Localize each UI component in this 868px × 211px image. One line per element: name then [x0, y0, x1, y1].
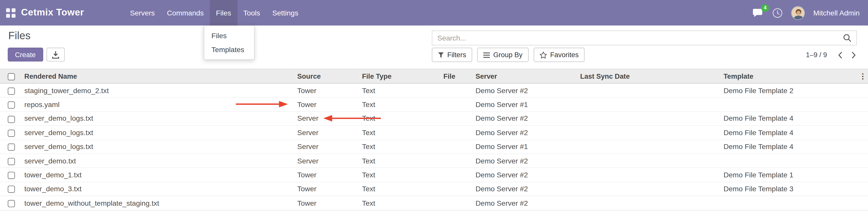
table-row[interactable]: server_demo_logs.txtServerTextDemo Serve…: [0, 140, 868, 154]
cell-source: Tower: [295, 196, 360, 210]
row-checkbox[interactable]: [8, 158, 15, 165]
menu-commands[interactable]: Commands: [161, 0, 210, 26]
row-checkbox[interactable]: [8, 87, 15, 94]
cell-template: [721, 97, 857, 112]
export-button[interactable]: [46, 48, 64, 61]
table-row[interactable]: server_demo_logs.txtServerTextDemo Serve…: [0, 125, 868, 140]
row-checkbox[interactable]: [8, 172, 15, 179]
cell-server: Demo Server #2: [473, 125, 578, 140]
files-dropdown: FilesTemplates: [204, 26, 254, 60]
cell-source: Server: [295, 140, 360, 154]
column-header-file-type[interactable]: File Type: [360, 69, 441, 84]
column-header-source[interactable]: Source: [295, 69, 360, 84]
cell-server: Demo Server #2: [473, 84, 578, 98]
cell-server: Demo Server #2: [473, 154, 578, 168]
table-row[interactable]: tower_demo_3.txtTowerTextDemo Server #2D…: [0, 182, 868, 196]
user-menu[interactable]: Mitchell Admin: [813, 9, 860, 17]
cell-template: Demo File Template 2: [721, 84, 857, 98]
column-header-server[interactable]: Server: [473, 69, 578, 84]
column-header-template[interactable]: Template: [721, 69, 857, 84]
pager-range[interactable]: 1–9 / 9: [806, 51, 827, 59]
cell-last-sync-date: [578, 182, 721, 196]
pager: 1–9 / 9: [806, 48, 860, 62]
cell-last-sync-date: [578, 125, 721, 140]
create-button[interactable]: Create: [8, 48, 43, 61]
row-end-cell: [857, 84, 868, 98]
cell-template: [721, 196, 857, 210]
menu-settings[interactable]: Settings: [266, 0, 304, 26]
cell-file-type: Text: [360, 154, 441, 168]
cell-source: Tower: [295, 97, 360, 112]
table-row[interactable]: server_demo_logs.txtServerTextDemo Serve…: [0, 112, 868, 126]
search-icon[interactable]: [841, 34, 856, 42]
row-end-cell: [857, 140, 868, 154]
table-row[interactable]: staging_tower_demo_2.txtTowerTextDemo Se…: [0, 84, 868, 98]
row-checkbox[interactable]: [8, 186, 15, 193]
pager-next-button[interactable]: [847, 48, 860, 62]
row-select-cell: [0, 196, 22, 210]
table-row[interactable]: tower_demo_without_template_staging.txtT…: [0, 196, 868, 210]
row-checkbox[interactable]: [8, 129, 15, 137]
filters-button[interactable]: Filters: [432, 48, 472, 62]
row-select-cell: [0, 182, 22, 196]
chevron-left-icon: [838, 51, 843, 58]
column-header-rendered-name[interactable]: Rendered Name: [22, 69, 295, 84]
group-by-label: Group By: [493, 51, 523, 59]
avatar[interactable]: [791, 6, 805, 20]
files-table: Rendered NameSourceFile TypeFileServerLa…: [0, 69, 868, 210]
search-box: [432, 30, 857, 45]
row-checkbox[interactable]: [8, 116, 15, 123]
cell-file: [441, 112, 473, 126]
favorites-label: Favorites: [550, 51, 579, 59]
row-select-cell: [0, 84, 22, 98]
cell-file: [441, 182, 473, 196]
cell-last-sync-date: [578, 112, 721, 126]
cell-last-sync-date: [578, 140, 721, 154]
cell-server: Demo Server #1: [473, 140, 578, 154]
menu-tools[interactable]: Tools: [237, 0, 267, 26]
column-header-last-sync-date[interactable]: Last Sync Date: [578, 69, 721, 84]
cell-source: Server: [295, 154, 360, 168]
cell-source: Server: [295, 125, 360, 140]
apps-menu-button[interactable]: [0, 0, 21, 26]
cell-file: [441, 140, 473, 154]
group-by-button[interactable]: Group By: [477, 48, 529, 62]
app-brand[interactable]: Cetmix Tower: [21, 0, 84, 26]
pager-previous-button[interactable]: [834, 48, 847, 62]
dropdown-item-files[interactable]: Files: [204, 29, 254, 43]
cell-file: [441, 168, 473, 182]
dropdown-item-templates[interactable]: Templates: [204, 43, 254, 57]
menu-servers[interactable]: Servers: [124, 0, 161, 26]
cell-file-type: Text: [360, 84, 441, 98]
cell-template: Demo File Template 4: [721, 112, 857, 126]
column-header-file[interactable]: File: [441, 69, 473, 84]
cell-template: Demo File Template 4: [721, 140, 857, 154]
table-row[interactable]: repos.yamlTowerTextDemo Server #1: [0, 97, 868, 112]
row-select-cell: [0, 112, 22, 126]
cell-server: Demo Server #2: [473, 112, 578, 126]
table-row[interactable]: server_demo.txtServerTextDemo Server #2: [0, 154, 868, 168]
cell-last-sync-date: [578, 196, 721, 210]
search-option-buttons: Filters Group By: [432, 48, 585, 62]
favorites-button[interactable]: Favorites: [534, 48, 585, 62]
control-panel: Files Create: [0, 26, 868, 69]
row-checkbox[interactable]: [8, 200, 15, 207]
messages-button[interactable]: 4: [753, 8, 764, 18]
cell-server: Demo Server #2: [473, 196, 578, 210]
row-checkbox[interactable]: [8, 101, 15, 109]
menu-files[interactable]: Files: [210, 0, 237, 26]
table-row[interactable]: tower_demo_1.txtTowerTextDemo Server #2D…: [0, 168, 868, 182]
select-all-checkbox[interactable]: [8, 73, 15, 80]
activities-button[interactable]: [772, 8, 783, 18]
cell-file: [441, 84, 473, 98]
search-input[interactable]: [432, 34, 841, 42]
row-select-cell: [0, 125, 22, 140]
row-select-cell: [0, 97, 22, 112]
navbar-systray: 4 Mitchell Admin: [753, 0, 868, 26]
row-checkbox[interactable]: [8, 144, 15, 151]
row-end-cell: [857, 196, 868, 210]
cell-rendered-name: repos.yaml: [22, 97, 295, 112]
optional-columns-button[interactable]: ⋮: [857, 69, 868, 84]
table-body: staging_tower_demo_2.txtTowerTextDemo Se…: [0, 84, 868, 210]
cell-file-type: Text: [360, 112, 441, 126]
